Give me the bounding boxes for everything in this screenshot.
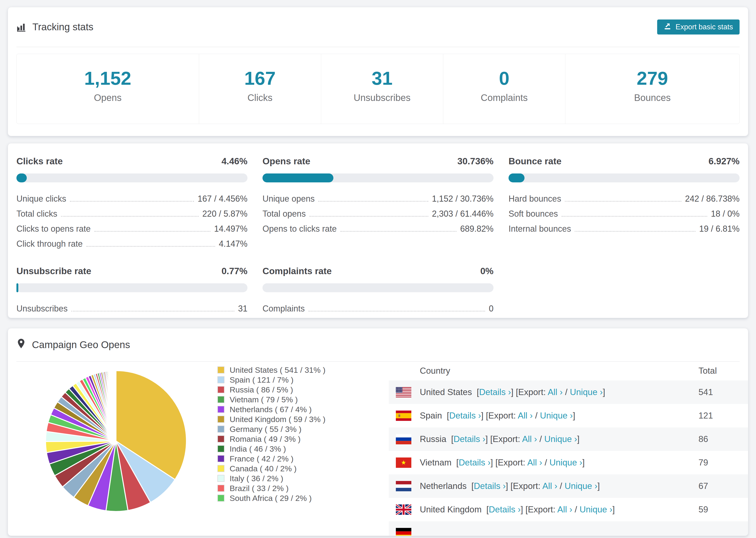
summary-stat-label: Bounces (566, 92, 739, 103)
export-prefix: [Export: (525, 505, 557, 514)
dotted-leader (71, 311, 234, 311)
table-row-vietnam: Vietnam [Details ›] [Export: All › / Uni… (389, 451, 748, 474)
geo-opens-pie-chart (41, 366, 191, 516)
pie-legend: United States ( 541 / 31% )Spain ( 121 /… (217, 365, 325, 503)
rate-detail-value: 19 / 6.81% (699, 224, 739, 234)
legend-item: Spain ( 121 / 7% ) (217, 375, 325, 385)
export-unique-link[interactable]: Unique › (570, 387, 603, 397)
bracket: ] (521, 505, 526, 514)
details-link[interactable]: Details › (474, 481, 506, 491)
legend-swatch (217, 426, 225, 433)
total-value: 121 (698, 411, 713, 421)
export-basic-stats-button[interactable]: Export basic stats (657, 20, 739, 34)
clicks-rate-value: 4.46% (221, 156, 247, 166)
export-unique-link[interactable]: Unique › (579, 505, 612, 514)
export-all-link[interactable]: All › (557, 505, 572, 514)
legend-label: Russia ( 86 / 5% ) (230, 385, 293, 394)
rate-detail-value: 18 / 0% (711, 209, 739, 219)
details-link[interactable]: Details › (479, 387, 511, 397)
rate-detail-label: Total opens (262, 209, 306, 219)
legend-swatch (217, 435, 225, 443)
rate-detail-row: Opens to clicks rate689.82% (262, 221, 494, 237)
details-link[interactable]: Details › (454, 434, 486, 444)
geo-section-title: Campaign Geo Opens (32, 339, 130, 350)
bracket: [ (486, 505, 489, 514)
legend-item: India ( 46 / 3% ) (217, 444, 325, 454)
rate-detail-value: 2,303 / 61.446% (432, 209, 494, 219)
export-all-link[interactable]: All › (548, 387, 563, 397)
export-prefix: [Export: (516, 387, 548, 397)
bracket: [ (477, 387, 479, 397)
dotted-leader (575, 231, 695, 232)
rate-detail-label: Clicks to opens rate (17, 224, 91, 234)
legend-item: Russia ( 86 / 5% ) (217, 385, 325, 395)
summary-stat-value: 0 (443, 68, 565, 89)
dotted-leader (341, 231, 457, 232)
summary-stat-value: 167 (199, 68, 321, 89)
export-all-link[interactable]: All › (527, 458, 542, 467)
rate-detail-value: 0 (489, 304, 494, 314)
country-name: Netherlands (420, 481, 469, 491)
summary-stat-opens: 1,152Opens (17, 54, 199, 124)
bracket: ] (506, 481, 511, 491)
legend-swatch (217, 396, 225, 403)
geo-table-header: Country Total (389, 361, 748, 381)
opens-rate-progress-fill (262, 174, 333, 183)
rate-detail-value: 4.147% (219, 239, 247, 249)
legend-item: Vietnam ( 79 / 5% ) (217, 395, 325, 404)
rate-detail-label: Unique opens (262, 194, 315, 204)
rate-detail-row: Total opens2,303 / 61.446% (262, 206, 494, 221)
legend-label: United States ( 541 / 31% ) (230, 365, 325, 375)
country-name: United Kingdom (420, 505, 484, 514)
legend-label: Canada ( 40 / 2% ) (230, 464, 297, 473)
legend-item: Italy ( 36 / 2% ) (217, 473, 325, 483)
rate-detail-label: Hard bounces (509, 194, 561, 204)
table-row-united-kingdom: United Kingdom [Details ›] [Export: All … (389, 498, 748, 521)
legend-item: South Africa ( 29 / 2% ) (217, 493, 325, 503)
map-pin-icon (17, 339, 26, 351)
export-unique-link[interactable]: Unique › (544, 434, 577, 444)
export-icon (664, 22, 672, 32)
rate-detail-value: 1,152 / 30.736% (432, 194, 494, 204)
rate-detail-label: Unsubscribes (17, 304, 68, 314)
legend-swatch (217, 475, 225, 482)
export-unique-link[interactable]: Unique › (549, 458, 582, 467)
details-link[interactable]: Details › (459, 458, 491, 467)
bounce-rate-value: 6.927% (709, 156, 739, 166)
details-link[interactable]: Details › (489, 505, 521, 514)
legend-item: United States ( 541 / 31% ) (217, 365, 325, 375)
bracket: ] (582, 458, 585, 467)
export-unique-link[interactable]: Unique › (565, 481, 598, 491)
export-all-link[interactable]: All › (518, 411, 533, 420)
rate-detail-label: Total clicks (17, 209, 57, 219)
summary-stat-bounces: 279Bounces (565, 54, 739, 124)
dotted-leader (86, 246, 215, 247)
opens-rate-group: Opens rate30.736%Unique opens1,152 / 30.… (262, 156, 494, 251)
details-link[interactable]: Details › (449, 411, 481, 420)
rate-detail-row: Hard bounces242 / 86.738% (509, 191, 739, 206)
bounce-rate-progress-fill (509, 174, 524, 183)
complaints-rate-progress-bar (262, 283, 494, 292)
export-unique-link[interactable]: Unique › (540, 411, 573, 420)
summary-stat-unsubscribes: 31Unsubscribes (321, 54, 443, 124)
table-row-partial (389, 521, 748, 536)
legend-swatch (217, 416, 225, 423)
rate-detail-label: Internal bounces (509, 224, 571, 234)
bracket: ] (490, 458, 495, 467)
legend-swatch (217, 495, 225, 502)
summary-stat-clicks: 167Clicks (199, 54, 321, 124)
rates-grid: Clicks rate4.46%Unique clicks167 / 4.456… (17, 156, 739, 316)
page-title: Tracking stats (32, 21, 93, 32)
export-button-label: Export basic stats (675, 23, 733, 31)
ru-flag-icon (396, 434, 411, 444)
total-value: 67 (698, 481, 708, 491)
summary-stat-label: Unsubscribes (321, 92, 443, 103)
campaign-geo-opens-card: Campaign Geo Opens United States ( 541 /… (8, 328, 748, 536)
rate-detail-row: Total clicks220 / 5.87% (17, 206, 247, 221)
export-all-link[interactable]: All › (522, 434, 537, 444)
table-row-spain: Spain [Details ›] [Export: All › / Uniqu… (389, 404, 748, 427)
dotted-leader (318, 201, 428, 202)
export-all-link[interactable]: All › (542, 481, 557, 491)
dotted-leader (70, 201, 194, 202)
bracket: ] (485, 434, 490, 444)
